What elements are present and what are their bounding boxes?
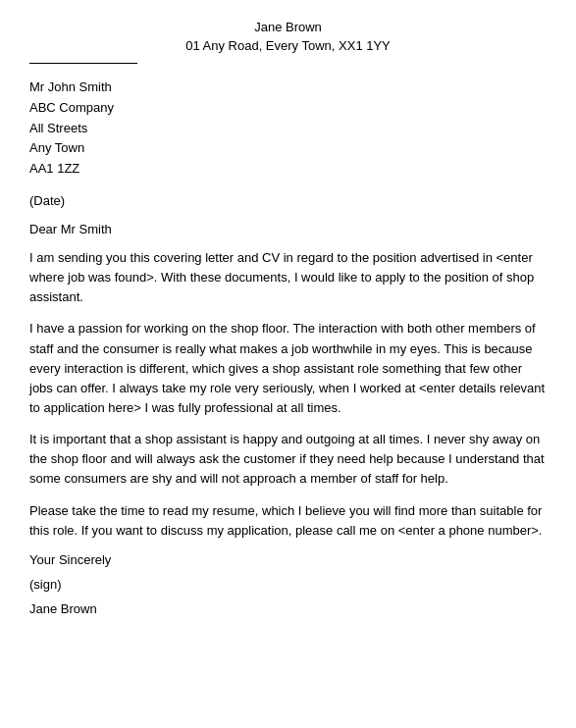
sender-name-footer: Jane Brown [29, 601, 547, 616]
recipient-town: Any Town [29, 138, 547, 159]
paragraph-3: It is important that a shop assistant is… [29, 430, 547, 489]
recipient-block: Mr John Smith ABC Company All Streets An… [29, 78, 547, 180]
paragraph-2: I have a passion for working on the shop… [29, 319, 547, 418]
date-line: (Date) [29, 193, 547, 208]
recipient-company: ABC Company [29, 98, 547, 119]
recipient-name: Mr John Smith [29, 78, 547, 98]
sender-name-header: Jane Brown [29, 20, 547, 34]
recipient-street: All Streets [29, 119, 547, 139]
paragraph-1: I am sending you this covering letter an… [29, 248, 547, 307]
closing: Your Sincerely [29, 552, 547, 567]
recipient-postcode: AA1 1ZZ [29, 159, 547, 180]
paragraph-4: Please take the time to read my resume, … [29, 501, 547, 541]
salutation: Dear Mr Smith [29, 222, 547, 236]
sender-address-header: 01 Any Road, Every Town, XX1 1YY [29, 38, 547, 53]
sign: (sign) [29, 577, 547, 592]
letter-header: Jane Brown 01 Any Road, Every Town, XX1 … [29, 20, 547, 53]
divider-line [29, 63, 137, 64]
